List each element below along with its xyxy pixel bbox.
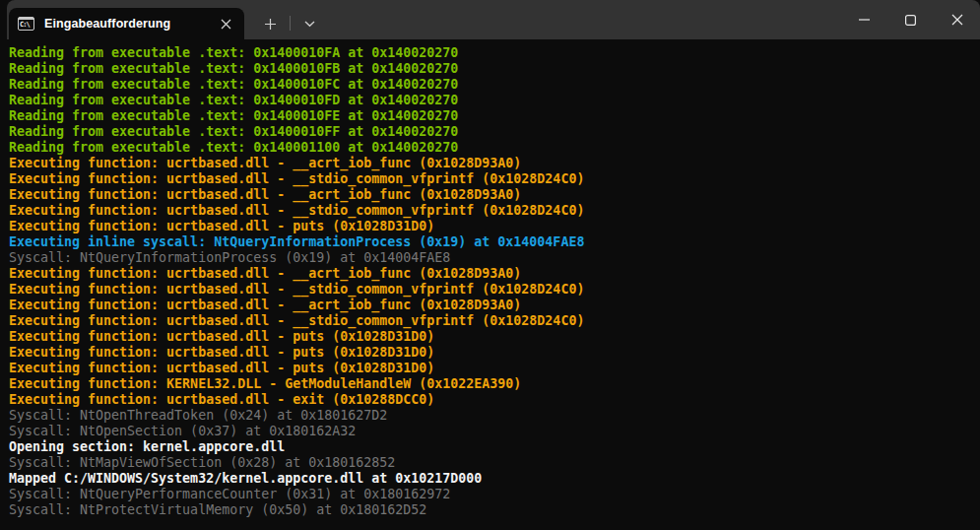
terminal-line: Executing function: ucrtbased.dll - __ac…: [9, 156, 980, 171]
terminal-line: Executing function: ucrtbased.dll - exit…: [9, 392, 980, 408]
terminal-line: Syscall: NtQueryInformationProcess (0x19…: [9, 250, 980, 266]
terminal-line: Reading from executable .text: 0x1400010…: [9, 93, 980, 108]
tab-close-button[interactable]: [215, 13, 236, 34]
terminal-line: Executing function: ucrtbased.dll - puts…: [9, 345, 980, 361]
terminal-line: Syscall: NtQueryPerformanceCounter (0x31…: [9, 487, 980, 502]
terminal-line: Executing function: ucrtbased.dll - __ac…: [9, 187, 980, 203]
terminal-line: Reading from executable .text: 0x1400010…: [9, 108, 980, 124]
terminal-line: Reading from executable .text: 0x1400011…: [9, 140, 980, 156]
maximize-icon: [905, 15, 916, 26]
minimize-icon: [859, 19, 870, 21]
terminal-line: Executing function: ucrtbased.dll - puts…: [9, 219, 980, 234]
terminal-line: Reading from executable .text: 0x1400010…: [9, 45, 980, 61]
cmd-prompt-icon: C:\: [18, 17, 34, 31]
terminal-line: Executing function: ucrtbased.dll - puts…: [9, 361, 980, 376]
chevron-down-icon: [304, 21, 315, 28]
tab-title: Eingabeaufforderung: [44, 17, 215, 31]
terminal-line: Executing function: ucrtbased.dll - __st…: [9, 203, 980, 219]
terminal-line: Executing function: ucrtbased.dll - __st…: [9, 282, 980, 298]
tab-dropdown-button[interactable]: [294, 8, 325, 39]
cmd-icon-text: C:\: [19, 20, 33, 30]
terminal-line: Syscall: NtProtectVirtualMemory (0x50) a…: [9, 502, 980, 518]
close-button[interactable]: [934, 0, 980, 39]
terminal-screen[interactable]: Reading from executable .text: 0x1400010…: [0, 39, 980, 530]
terminal-line: Executing function: ucrtbased.dll - __ac…: [9, 298, 980, 313]
terminal-line: Executing inline syscall: NtQueryInforma…: [9, 234, 980, 250]
terminal-line: Executing function: KERNEL32.DLL - GetMo…: [9, 376, 980, 392]
plus-icon: [264, 18, 277, 31]
tab-bar: C:\ Eingabeaufforderung: [7, 0, 980, 39]
minimize-button[interactable]: [841, 0, 887, 39]
terminal-output: Reading from executable .text: 0x1400010…: [9, 45, 980, 518]
terminal-line: Reading from executable .text: 0x1400010…: [9, 124, 980, 140]
tab-eingabeaufforderung[interactable]: C:\ Eingabeaufforderung: [9, 8, 244, 39]
maximize-button[interactable]: [887, 0, 934, 39]
terminal-window: C:\ Eingabeaufforderung: [0, 0, 980, 530]
terminal-line: Executing function: ucrtbased.dll - __st…: [9, 171, 980, 187]
close-icon: [951, 14, 963, 26]
terminal-line: Opening section: kernel.appcore.dll: [9, 439, 980, 455]
terminal-line: Syscall: NtOpenThreadToken (0x24) at 0x1…: [9, 408, 980, 424]
terminal-line: Executing function: ucrtbased.dll - __st…: [9, 313, 980, 329]
terminal-line: Syscall: NtMapViewOfSection (0x28) at 0x…: [9, 455, 980, 471]
tab-bar-separator: [290, 16, 291, 31]
terminal-line: Syscall: NtOpenSection (0x37) at 0x18016…: [9, 424, 980, 439]
window-controls: [841, 0, 980, 39]
terminal-line: Executing function: ucrtbased.dll - puts…: [9, 329, 980, 345]
terminal-line: Reading from executable .text: 0x1400010…: [9, 77, 980, 93]
terminal-line: Reading from executable .text: 0x1400010…: [9, 61, 980, 77]
terminal-line: Mapped C:/WINDOWS/System32/kernel.appcor…: [9, 471, 980, 487]
new-tab-button[interactable]: [253, 8, 287, 39]
terminal-line: Executing function: ucrtbased.dll - __ac…: [9, 266, 980, 282]
close-icon: [221, 19, 231, 30]
